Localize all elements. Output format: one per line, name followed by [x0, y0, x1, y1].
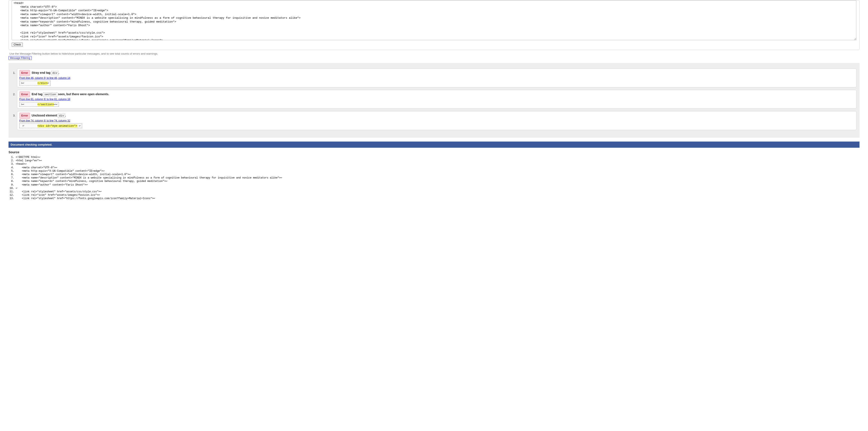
- code-extract: ↩ <div id="eye-animation"> ↩: [19, 123, 82, 128]
- code-extract: >↩ </section>↩↩: [19, 102, 59, 107]
- message-heading: Error Stray end tag div.: [19, 70, 854, 76]
- source-line: <meta name="description" content="MINDX …: [16, 176, 860, 180]
- source-line: <!DOCTYPE html>↩: [16, 156, 860, 159]
- messages-list: Error Stray end tag div. From line 46, c…: [16, 68, 857, 130]
- source-line: <link rel="stylesheet" href="https://fon…: [16, 197, 860, 200]
- source-line: <head>↩: [16, 162, 860, 166]
- source-listing: <!DOCTYPE html>↩ <html lang="en">↩ <head…: [16, 156, 860, 200]
- message-filtering-hint: Use the Message Filtering button below t…: [9, 52, 868, 55]
- source-line: <meta name="keywords" content="mindfulne…: [16, 180, 860, 183]
- message-code: div: [51, 71, 58, 75]
- extract-pre: >↩: [21, 82, 37, 85]
- source-line: ↩: [16, 187, 860, 190]
- check-button-wrap: Check: [9, 42, 859, 47]
- message-text: Stray end tag: [32, 71, 52, 74]
- message-filtering-button[interactable]: Message Filtering: [8, 56, 32, 60]
- source-line: <meta name="viewport" content="width=dev…: [16, 173, 860, 176]
- error-badge: Error: [19, 70, 30, 76]
- message-text: Unclosed element: [32, 114, 58, 117]
- extract-highlight: <div id="eye-animation">: [37, 124, 77, 127]
- message-card: Error Unclosed element div. From line 74…: [17, 111, 857, 130]
- message-heading: Error Unclosed element div.: [19, 113, 854, 119]
- messages-block: Error Stray end tag div. From line 46, c…: [8, 63, 860, 138]
- source-line: <meta http-equiv="X-UA-Compatible" conte…: [16, 170, 860, 173]
- message-card: Error End tag section seen, but there we…: [17, 90, 857, 109]
- message-item: Error Stray end tag div. From line 46, c…: [16, 68, 857, 87]
- extract-pre: >↩: [21, 103, 37, 106]
- check-button[interactable]: Check: [12, 42, 23, 47]
- source-line: <meta charset="UTF-8">↩: [16, 166, 860, 170]
- message-tail: .: [58, 71, 59, 74]
- message-code: section: [43, 92, 57, 96]
- input-panel: Check: [8, 0, 860, 50]
- message-item: Error End tag section seen, but there we…: [16, 90, 857, 109]
- source-line: <html lang="en">↩: [16, 159, 860, 162]
- completed-bar: Document checking completed.: [8, 142, 860, 148]
- extract-highlight: </div>: [37, 82, 48, 85]
- error-badge: Error: [19, 91, 30, 97]
- extract-highlight: </section>: [37, 103, 54, 106]
- message-tail: .: [65, 114, 66, 117]
- extract-pre: ↩: [21, 124, 37, 127]
- message-card: Error Stray end tag div. From line 46, c…: [17, 68, 857, 87]
- source-line: <link rel="stylesheet" href="assets/css/…: [16, 190, 860, 193]
- location-link[interactable]: From line 81, column 9; to line 81, colu…: [19, 98, 854, 101]
- extract-post: ↩: [77, 124, 81, 127]
- extract-post: ↩: [48, 82, 49, 85]
- source-line: <meta name="author" content="Faris Dhoot…: [16, 183, 860, 187]
- message-tail: seen, but there were open elements.: [57, 92, 109, 96]
- extract-post: ↩↩: [54, 103, 57, 106]
- message-filtering-wrap: Message Filtering: [8, 56, 868, 60]
- location-link[interactable]: From line 46, column 9; to line 46, colu…: [19, 76, 854, 80]
- message-code: div: [58, 114, 65, 118]
- message-heading: Error End tag section seen, but there we…: [19, 91, 854, 97]
- error-badge: Error: [19, 113, 30, 119]
- message-item: Error Unclosed element div. From line 74…: [16, 111, 857, 130]
- location-link[interactable]: From line 74, column 9; to line 74, colu…: [19, 119, 854, 122]
- message-text: End tag: [32, 92, 43, 96]
- source-textarea[interactable]: [12, 0, 856, 40]
- source-heading: Source: [8, 150, 860, 154]
- code-extract: >↩ </div>↩: [19, 81, 51, 86]
- textarea-wrap: [9, 0, 859, 42]
- source-line: <link rel="icon" href="assets/images/fav…: [16, 193, 860, 197]
